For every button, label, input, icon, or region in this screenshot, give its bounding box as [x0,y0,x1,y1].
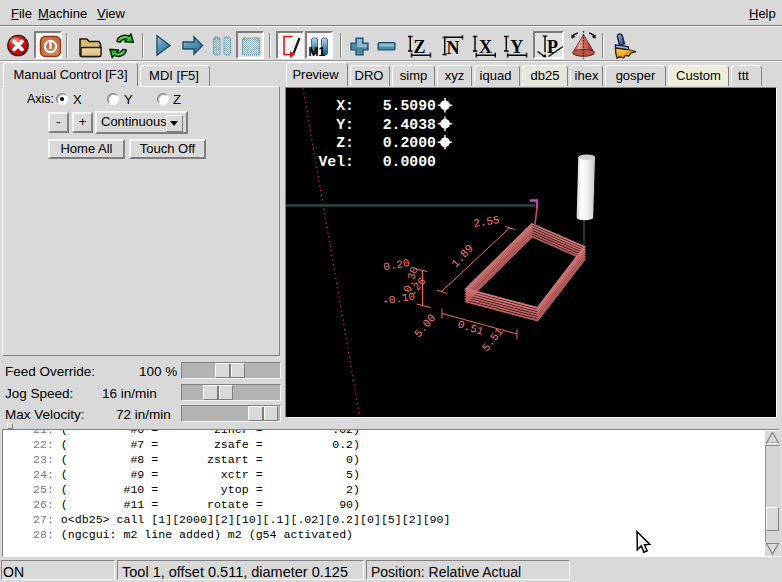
svg-text:X: X [479,37,492,57]
svg-text:Z: Z [414,37,426,57]
svg-text:1.89: 1.89 [449,242,476,270]
svg-text:0.0000: 0.0000 [383,154,436,170]
svg-text:0.2000: 0.2000 [383,135,436,151]
svg-text:0.20: 0.20 [382,257,410,273]
svg-text:M1: M1 [309,45,326,59]
svg-text:Z:: Z: [336,135,354,151]
svg-text:Y: Y [510,37,523,57]
svg-text:Vel:: Vel: [318,154,354,170]
svg-text:Y:: Y: [336,117,354,133]
svg-text:5.00: 5.00 [412,312,438,340]
svg-text:X:: X: [336,98,354,114]
svg-text:N: N [447,38,460,58]
svg-text:0.51: 0.51 [456,318,485,338]
svg-text:5.5090: 5.5090 [383,98,436,114]
svg-text:2.4038: 2.4038 [383,117,436,133]
svg-text:P: P [547,37,558,57]
svg-text:2.55: 2.55 [473,214,501,230]
